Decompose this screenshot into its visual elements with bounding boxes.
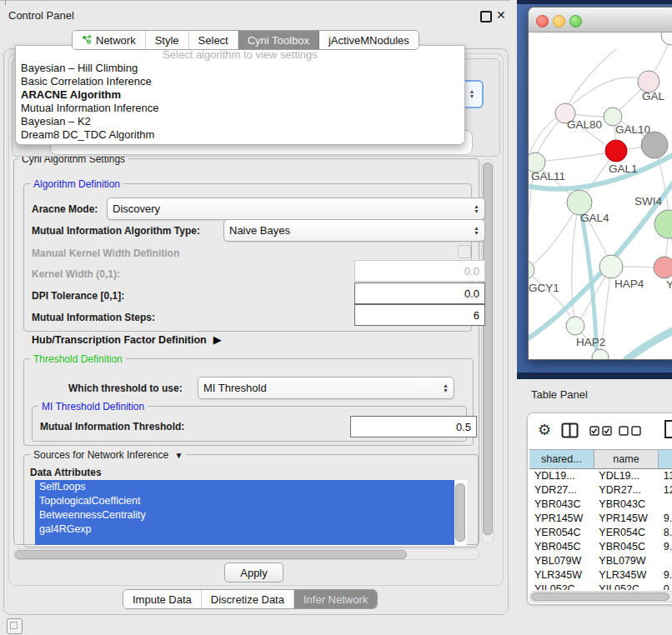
list-item-partial[interactable] (35, 537, 454, 545)
tab-select[interactable]: Select (189, 31, 238, 49)
kernel-width-field[interactable]: 0.0 (354, 260, 485, 282)
table-row[interactable]: YIL052CYIL052C0. (529, 582, 672, 590)
table-row[interactable]: YBL079WYBL079W (529, 554, 672, 568)
column-header-name[interactable]: name (594, 450, 659, 468)
table-row[interactable]: YDL19...YDL19...13 (529, 469, 672, 483)
apply-button[interactable]: Apply (224, 562, 283, 582)
network-node-hap2[interactable] (566, 317, 584, 335)
table-cell[interactable]: YBR045C (594, 540, 658, 554)
table-cell[interactable]: YBR045C (529, 540, 594, 554)
tab-impute-data[interactable]: Impute Data (123, 590, 202, 608)
table-cell[interactable]: YBL079W (529, 554, 594, 568)
table-cell[interactable]: YLR345W (529, 568, 594, 582)
gear-icon[interactable]: ⚙ (538, 422, 551, 438)
algorithm-option[interactable]: Mutual Information Inference (16, 102, 464, 115)
network-canvas[interactable]: GALGAL80GAL10GAL1GAL11GAL4SWI4HAP4YGCY1H… (529, 32, 672, 359)
settings-hscroll-thumb[interactable] (15, 550, 407, 559)
tab-network[interactable]: Network (73, 31, 146, 49)
network-node[interactable] (641, 132, 668, 158)
network-window-titlebar[interactable] (529, 8, 672, 32)
column-header-partial[interactable]: A (659, 450, 672, 468)
table-cell[interactable]: YDL19... (594, 469, 658, 483)
network-edge[interactable] (627, 322, 672, 359)
table-row[interactable]: YLR345WYLR345W9. (529, 568, 672, 582)
deselect-all-rows-icon[interactable] (619, 426, 642, 436)
restore-icon[interactable] (480, 11, 492, 22)
network-node-swi4[interactable] (654, 210, 672, 238)
table-cell[interactable]: YBR043C (529, 498, 594, 512)
network-node[interactable] (592, 349, 609, 359)
aracne-mode-combo[interactable]: Discovery ▲▼ (107, 198, 485, 220)
algorithm-option[interactable]: Bayesian – Hill Climbing (16, 62, 464, 75)
tab-jactivemnodules[interactable]: jActiveMNodules (319, 31, 419, 49)
mi-type-combo[interactable]: Naive Bayes ▲▼ (223, 219, 485, 242)
manual-kernel-checkbox[interactable] (458, 245, 471, 258)
attributes-scrollbar-thumb[interactable] (455, 483, 465, 542)
attribute-list-item[interactable]: BetweennessCentrality (35, 508, 454, 522)
table-row[interactable]: YDR27...YDR27...12 (529, 483, 672, 498)
table-cell[interactable]: YIL052C (594, 582, 658, 590)
network-node-gal1[interactable] (605, 140, 627, 162)
dpi-tolerance-field[interactable]: 0.0 (354, 282, 485, 304)
mi-threshold-field[interactable]: 0.5 (350, 416, 477, 438)
close-icon[interactable]: ✕ (496, 9, 506, 21)
table-cell[interactable]: YIL052C (529, 582, 594, 590)
tab-infer-network[interactable]: Infer Network (294, 590, 377, 608)
tab-cyni-toolbox[interactable]: Cyni Toolbox (238, 31, 319, 49)
mi-steps-field[interactable]: 6 (354, 304, 485, 326)
table-cell[interactable]: 9. (659, 512, 672, 526)
table-cell[interactable]: YBR043C (594, 498, 658, 512)
algorithm-option[interactable]: ARACNE Algorithm (16, 88, 464, 102)
split-columns-icon[interactable] (561, 422, 579, 438)
table-cell[interactable]: 0. (659, 582, 672, 590)
table-cell[interactable]: YER054C (594, 526, 658, 540)
tab-style[interactable]: Style (146, 31, 189, 49)
which-threshold-combo[interactable]: MI Threshold ▲▼ (198, 377, 454, 399)
zoom-traffic-light[interactable] (569, 15, 582, 28)
table-cell[interactable] (659, 498, 672, 512)
attribute-list-item[interactable]: gal4RGexp (35, 522, 454, 537)
network-edge[interactable] (529, 212, 574, 270)
table-hscroll-thumb[interactable] (531, 592, 669, 601)
dock-panel-icon[interactable] (7, 618, 23, 634)
table-cell[interactable]: 9. (659, 540, 672, 554)
attribute-list-item[interactable]: SelfLoops (35, 480, 454, 494)
network-node-hap4[interactable] (599, 255, 623, 278)
network-edge[interactable] (567, 49, 616, 108)
attribute-list-item[interactable]: TopologicalCoefficient (35, 494, 454, 508)
table-cell[interactable]: YPR145W (529, 512, 594, 526)
select-all-rows-icon[interactable] (589, 426, 613, 436)
network-node-y[interactable] (654, 257, 672, 278)
table-cell[interactable]: YDR27... (594, 483, 658, 498)
table-body[interactable]: YDL19...YDL19...13YDR27...YDR27...12YBR0… (529, 469, 672, 590)
tab-discretize-data[interactable]: Discretize Data (202, 590, 294, 608)
hub-definition-toggle[interactable]: Hub/Transcription Factor Definition ▶ (32, 333, 222, 346)
table-row[interactable]: YER054CYER054C8. (529, 526, 672, 540)
table-row[interactable]: YBR045CYBR045C9. (529, 540, 672, 554)
sources-group-title[interactable]: Sources for Network Inference ▼ (30, 449, 186, 461)
algorithm-option[interactable]: Basic Correlation Inference (16, 75, 464, 88)
table-cell[interactable]: YDL19... (529, 469, 594, 483)
table-cell[interactable]: YER054C (529, 526, 594, 540)
table-cell[interactable]: 13 (659, 469, 672, 483)
table-cell[interactable]: YPR145W (594, 512, 658, 526)
table-cell[interactable]: YLR345W (594, 568, 658, 582)
document-icon[interactable] (664, 419, 672, 439)
data-attributes-list[interactable]: SelfLoopsTopologicalCoefficientBetweenne… (35, 480, 467, 546)
table-row[interactable]: YPR145WYPR145W9. (529, 512, 672, 526)
column-header-shared-name[interactable]: shared... (529, 450, 594, 468)
table-cell[interactable] (659, 554, 672, 568)
table-cell[interactable]: YBL079W (594, 554, 658, 568)
algorithm-option[interactable]: Bayesian – K2 (16, 115, 464, 128)
network-node[interactable] (661, 32, 672, 45)
table-cell[interactable]: 12 (659, 483, 672, 498)
close-traffic-light[interactable] (536, 15, 549, 28)
minimize-traffic-light[interactable] (553, 15, 565, 28)
collapse-arrow-icon[interactable]: ▼ (174, 451, 183, 460)
algorithm-option[interactable]: Dream8 DC_TDC Algorithm (16, 128, 464, 142)
table-cell[interactable]: 9. (659, 568, 672, 582)
table-cell[interactable]: 8. (659, 526, 672, 540)
table-cell[interactable]: YDR27... (529, 483, 594, 498)
table-row[interactable]: YBR043CYBR043C (529, 498, 672, 512)
expand-arrow-icon[interactable]: ▶ (213, 333, 222, 346)
